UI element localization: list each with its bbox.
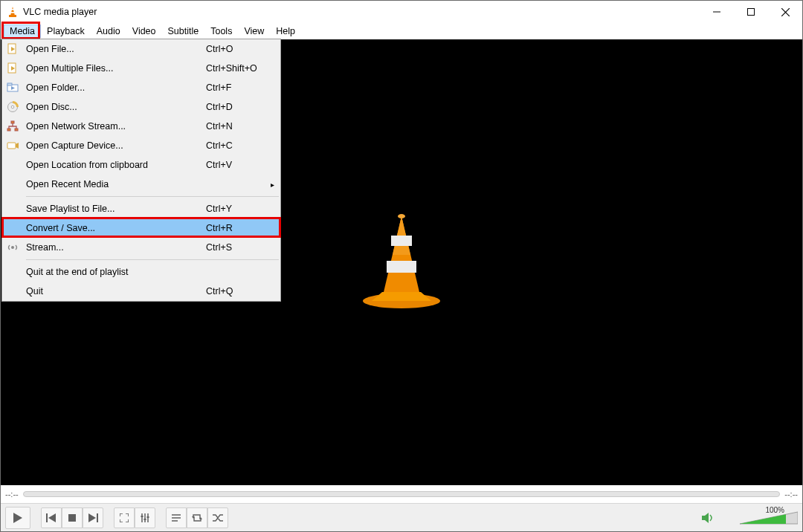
speaker-icon (701, 512, 715, 524)
menu-item-convert-save[interactable]: Convert / Save...Ctrl+R (2, 218, 280, 238)
svg-marker-48 (16, 143, 19, 149)
extended-settings-button[interactable] (135, 507, 155, 528)
maximize-icon (747, 8, 755, 16)
elapsed-time[interactable]: --:-- (5, 490, 19, 499)
menu-item-open-disc[interactable]: Open Disc...Ctrl+D (2, 97, 280, 117)
file-play-icon (2, 43, 23, 55)
seek-row: --:-- --:-- (1, 485, 802, 503)
menu-video[interactable]: Video (126, 25, 162, 38)
menu-item-shortcut: Ctrl+C (206, 140, 280, 151)
menu-item-label: Open Location from clipboard (23, 160, 206, 170)
menu-item-quit[interactable]: QuitCtrl+Q (2, 282, 280, 301)
svg-point-14 (398, 214, 405, 218)
maximize-button[interactable] (734, 1, 768, 23)
total-time[interactable]: --:-- (784, 490, 798, 499)
fullscreen-icon (120, 513, 129, 522)
menu-item-shortcut: Ctrl+Y (206, 204, 280, 214)
capture-icon (2, 140, 23, 152)
menu-item-shortcut: Ctrl+N (206, 121, 280, 132)
playlist-icon (172, 513, 181, 522)
svg-rect-18 (68, 514, 76, 522)
menu-item-save-playlist-to-file[interactable]: Save Playlist to File...Ctrl+Y (2, 199, 280, 218)
svg-rect-47 (7, 143, 16, 149)
menu-item-shortcut: Ctrl+Shift+O (206, 63, 280, 74)
menu-item-label: Open Disc... (23, 102, 206, 112)
view-group (114, 507, 155, 528)
menu-item-quit-at-the-end-of-playlist[interactable]: Quit at the end of playlist (2, 262, 280, 282)
minimize-icon (713, 8, 720, 16)
svg-rect-40 (7, 83, 12, 85)
menu-item-open-file[interactable]: Open File...Ctrl+O (2, 39, 280, 59)
media-menu-dropdown: Open File...Ctrl+OOpen Multiple Files...… (1, 39, 281, 302)
svg-rect-1 (9, 15, 16, 17)
close-icon (781, 8, 790, 16)
svg-rect-20 (97, 513, 98, 522)
vlc-cone-logo (349, 210, 454, 314)
svg-rect-46 (15, 129, 18, 131)
menu-item-shortcut: Ctrl+Q (206, 286, 280, 296)
playback-controls: 100% (1, 503, 802, 531)
svg-rect-13 (387, 261, 416, 273)
sliders-icon (141, 513, 149, 522)
playlist-group (166, 507, 228, 528)
window-title: VLC media player (23, 7, 97, 17)
close-button[interactable] (768, 1, 802, 23)
playlist-button[interactable] (166, 507, 187, 528)
menu-item-open-capture-device[interactable]: Open Capture Device...Ctrl+C (2, 136, 280, 155)
menu-item-open-multiple-files[interactable]: Open Multiple Files...Ctrl+Shift+O (2, 59, 280, 78)
menu-separator (26, 259, 279, 260)
menu-item-shortcut: Ctrl+R (206, 223, 280, 233)
shuffle-icon (213, 513, 223, 522)
shuffle-button[interactable] (207, 507, 228, 528)
svg-point-49 (11, 246, 14, 249)
menu-view[interactable]: View (238, 25, 270, 38)
menu-media[interactable]: Media (4, 25, 41, 38)
network-icon (2, 120, 23, 132)
svg-rect-25 (144, 519, 146, 520)
submenu-arrow-icon: ▸ (271, 181, 274, 189)
skip-next-icon (88, 513, 98, 522)
folder-play-icon (2, 82, 23, 94)
disc-icon (2, 101, 23, 113)
svg-marker-0 (10, 7, 15, 16)
volume-area: 100% (701, 510, 798, 525)
vlc-cone-icon (7, 6, 19, 18)
svg-rect-16 (46, 513, 48, 522)
loop-button[interactable] (187, 507, 207, 528)
svg-marker-19 (88, 513, 96, 522)
menu-tools[interactable]: Tools (204, 25, 238, 38)
menu-audio[interactable]: Audio (91, 25, 126, 38)
menu-item-open-location-from-clipboard[interactable]: Open Location from clipboardCtrl+V (2, 155, 280, 175)
stop-button[interactable] (62, 507, 83, 528)
fullscreen-button[interactable] (114, 507, 135, 528)
menu-subtitle[interactable]: Subtitle (162, 25, 205, 38)
transport-group (41, 507, 103, 528)
play-icon (13, 513, 22, 523)
menu-help[interactable]: Help (270, 25, 301, 38)
play-button[interactable] (5, 507, 30, 529)
menu-item-label: Open Recent Media (23, 179, 206, 189)
menu-item-open-network-stream[interactable]: Open Network Stream...Ctrl+N (2, 117, 280, 136)
svg-marker-9 (372, 292, 431, 301)
mute-button[interactable] (701, 512, 715, 524)
titlebar: VLC media player (1, 1, 802, 23)
menu-item-stream[interactable]: Stream...Ctrl+S (2, 238, 280, 257)
next-button[interactable] (83, 507, 103, 528)
menu-item-label: Open Multiple Files... (23, 63, 206, 74)
volume-slider[interactable] (740, 510, 798, 525)
previous-button[interactable] (41, 507, 62, 528)
menu-item-open-recent-media[interactable]: Open Recent Media▸ (2, 175, 280, 194)
svg-rect-12 (391, 236, 412, 246)
svg-rect-26 (147, 516, 149, 518)
file-play-icon (2, 62, 23, 74)
stop-icon (68, 514, 76, 522)
svg-marker-32 (702, 513, 709, 523)
svg-marker-15 (13, 513, 22, 523)
menu-item-open-folder[interactable]: Open Folder...Ctrl+F (2, 78, 280, 97)
menu-playback[interactable]: Playback (41, 25, 91, 38)
minimize-button[interactable] (700, 1, 734, 23)
menu-item-shortcut: Ctrl+D (206, 102, 280, 112)
seek-slider[interactable] (23, 491, 781, 497)
menu-item-shortcut: Ctrl+V (206, 160, 280, 170)
menu-item-label: Save Playlist to File... (23, 204, 206, 214)
